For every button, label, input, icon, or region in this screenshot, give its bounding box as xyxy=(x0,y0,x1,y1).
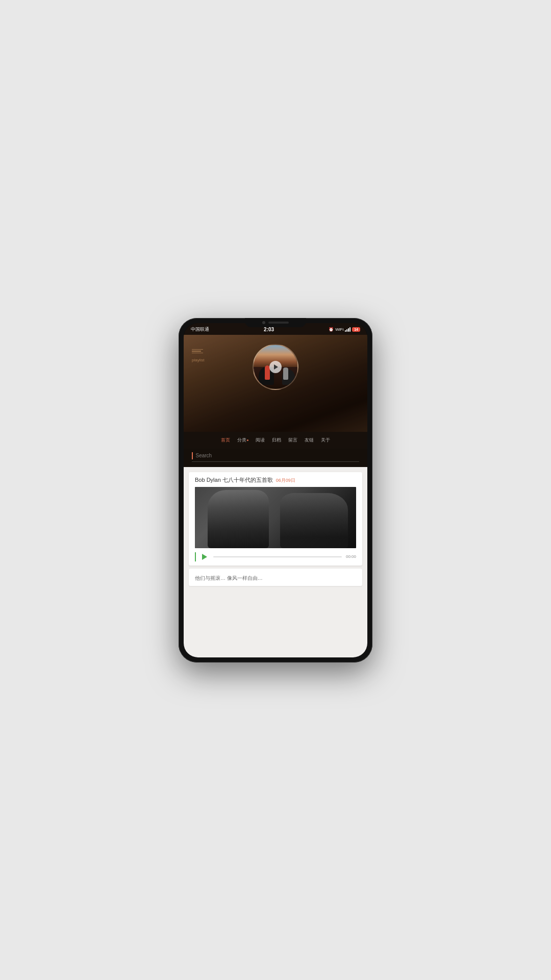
nav-item-links[interactable]: 友链 xyxy=(301,436,317,445)
nav-item-home[interactable]: 首页 xyxy=(217,436,234,445)
player-indicator xyxy=(195,552,196,561)
post-title: Bob Dylan 七八十年代的五首歌 xyxy=(195,476,273,484)
search-input-container[interactable]: Search xyxy=(192,452,359,462)
post-image xyxy=(195,487,356,548)
speaker xyxy=(268,322,289,324)
alarm-icon: ⏰ xyxy=(329,327,334,332)
search-cursor xyxy=(192,452,193,459)
camera xyxy=(262,321,265,324)
search-bar[interactable]: Search xyxy=(184,449,367,467)
nav-item-about[interactable]: 关于 xyxy=(317,436,334,445)
nav-item-category[interactable]: 分类 xyxy=(234,436,252,445)
app-screen: 中国联通 2:03 ⏰ WiFi 14 xyxy=(184,323,367,657)
phone-screen: 中国联通 2:03 ⏰ WiFi 14 xyxy=(184,323,367,657)
nav-item-comment[interactable]: 留言 xyxy=(285,436,301,445)
post-date: 06月09日 xyxy=(276,477,295,484)
phone-notch xyxy=(245,318,306,327)
post-card: Bob Dylan 七八十年代的五首歌 06月09日 xyxy=(189,472,362,566)
album-art[interactable] xyxy=(253,344,298,390)
audio-progress-track[interactable] xyxy=(213,556,342,557)
carrier-label: 中国联通 xyxy=(191,326,209,333)
play-triangle-icon xyxy=(202,554,207,560)
playlist-text: playlist xyxy=(192,358,204,362)
wifi-icon: WiFi xyxy=(335,327,343,332)
hero-section: playlist xyxy=(184,335,367,432)
search-placeholder: Search xyxy=(196,453,212,458)
post-header: Bob Dylan 七八十年代的五首歌 06月09日 xyxy=(189,472,362,487)
playlist-label: playlist xyxy=(192,349,204,363)
nav-item-read[interactable]: 阅读 xyxy=(252,436,268,445)
play-button[interactable] xyxy=(269,361,282,373)
playlist-lines-icon xyxy=(192,349,204,355)
nav-dot xyxy=(247,439,248,441)
status-icons: ⏰ WiFi 14 xyxy=(329,327,360,332)
album-art-container[interactable] xyxy=(253,344,298,390)
post-img-bg xyxy=(195,487,356,548)
phone-device: 中国联通 2:03 ⏰ WiFi 14 xyxy=(179,318,372,663)
audio-player[interactable]: 00:00 xyxy=(189,548,362,566)
post-card-preview: 他们与摇滚… 像风一样自由… xyxy=(189,569,362,586)
clock: 2:03 xyxy=(264,327,274,332)
audio-play-button[interactable] xyxy=(200,552,209,561)
nav-menu: 首页 分类 阅读 归档 留言 友链 关于 xyxy=(184,432,367,449)
content-area: Bob Dylan 七八十年代的五首歌 06月09日 xyxy=(184,467,367,657)
nav-item-archive[interactable]: 归档 xyxy=(268,436,285,445)
notification-badge: 14 xyxy=(352,327,360,332)
signal-icon xyxy=(345,327,350,332)
audio-time: 00:00 xyxy=(346,554,356,559)
preview-text: 他们与摇滚… 像风一样自由… xyxy=(195,575,263,581)
